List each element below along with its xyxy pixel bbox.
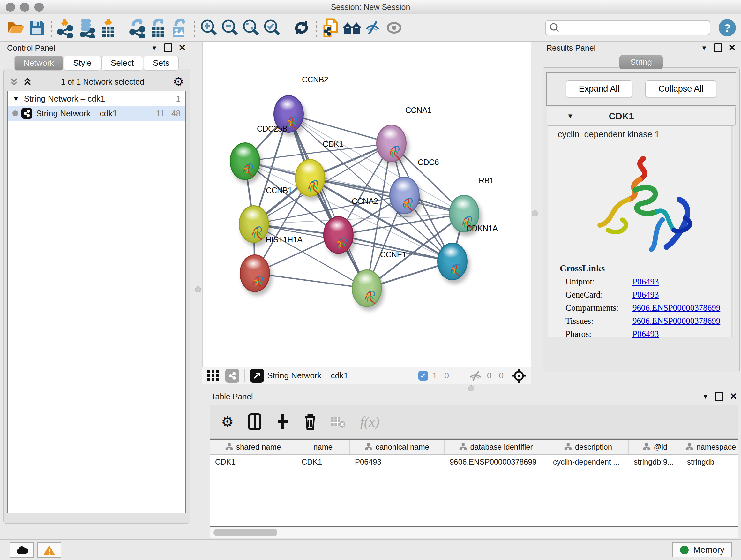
network-canvas[interactable]: CCNB2CCNA1CDC25BCDK1CDC6RB1CCNB1CCNA2CDK… [202, 42, 531, 367]
zoom-fit-content-icon[interactable] [241, 17, 262, 39]
network-edge-HIST1H1A-CCNE1[interactable] [255, 273, 367, 288]
right-splitter-handle[interactable] [532, 210, 538, 216]
collapse-panel-icon[interactable]: ▼ [701, 44, 708, 52]
collapse-panel-icon[interactable]: ▼ [151, 44, 158, 52]
network-edge-CCNB2-CCNA1[interactable] [288, 114, 391, 143]
network-node-CDC25B[interactable] [230, 142, 260, 180]
show-glass-eye-icon[interactable] [384, 17, 405, 39]
import-network-from-database-icon[interactable] [77, 17, 98, 39]
network-row[interactable]: String Network – cdk1 11 48 [8, 106, 185, 121]
float-panel-icon[interactable] [164, 44, 172, 52]
import-table-from-file-icon[interactable] [98, 17, 119, 39]
column-header-database-identifier[interactable]: database identifier [445, 440, 548, 454]
tab-sets[interactable]: Sets [144, 56, 179, 71]
column-header-shared-name[interactable]: shared name [210, 440, 296, 454]
collapse-all-button[interactable]: Collapse All [645, 80, 717, 98]
pan-crosshair-icon[interactable] [511, 368, 527, 383]
close-panel-icon[interactable]: ✕ [179, 44, 186, 51]
crosslink-link-pharos-[interactable]: P06493 [632, 329, 659, 339]
expand-all-chevron-icon[interactable] [9, 77, 19, 86]
show-columns-icon[interactable] [248, 413, 262, 430]
float-panel-icon[interactable] [714, 44, 722, 52]
column-header-description[interactable]: description [548, 440, 629, 454]
tab-network[interactable]: Network [14, 56, 63, 71]
network-overview-icon[interactable] [225, 369, 239, 383]
export-table-icon[interactable] [148, 17, 169, 39]
warnings-button[interactable] [37, 542, 61, 558]
minimize-window-button[interactable] [20, 3, 29, 12]
table-cell[interactable]: stringdb:9... [629, 455, 682, 469]
left-splitter-handle[interactable] [195, 287, 201, 293]
import-network-from-file-icon[interactable] [56, 17, 77, 39]
column-header-name[interactable]: name [296, 440, 350, 454]
gene-expander-icon[interactable]: ▼ [567, 112, 574, 120]
network-node-CCNB1[interactable] [239, 205, 269, 243]
cloud-status-button[interactable] [10, 542, 34, 558]
column-settings-gear-icon[interactable]: ⚙ [221, 416, 233, 428]
scrollbar-thumb[interactable] [213, 529, 277, 537]
delete-table-icon[interactable] [331, 415, 346, 428]
results-scrollbar[interactable] [731, 126, 733, 336]
delete-columns-icon[interactable] [304, 413, 317, 430]
tab-style[interactable]: Style [64, 56, 101, 71]
crosslink-link-tissues-[interactable]: 9606.ENSP00000378699 [632, 316, 720, 326]
detach-view-icon[interactable] [250, 369, 264, 383]
refresh-view-icon[interactable] [291, 17, 312, 39]
expand-all-button[interactable]: Expand All [566, 80, 633, 98]
table-cell[interactable]: 9606.ENSP00000378699 [445, 455, 548, 469]
network-options-gear-icon[interactable]: ⚙ [173, 76, 184, 88]
hidden-items-eye-icon[interactable] [468, 370, 482, 382]
export-network-icon[interactable] [127, 17, 148, 39]
zoom-in-icon[interactable] [199, 17, 219, 39]
table-cell[interactable]: CDK1 [210, 455, 296, 469]
search-input[interactable] [545, 20, 711, 36]
network-node-CDK1[interactable] [295, 159, 325, 197]
window-traffic-lights[interactable] [6, 3, 44, 12]
memory-button[interactable]: Memory [672, 542, 732, 557]
close-panel-icon[interactable]: ✕ [729, 44, 736, 51]
column-header-namespace[interactable]: namespace [682, 440, 738, 454]
open-session-icon[interactable] [5, 17, 26, 39]
table-row[interactable]: CDK1CDK1P064939606.ENSP00000378699cyclin… [210, 455, 738, 469]
table-cell[interactable]: CDK1 [296, 455, 350, 469]
network-node-CCNA1[interactable] [376, 125, 407, 162]
zoom-window-button[interactable] [35, 3, 44, 12]
table-cell[interactable]: P06493 [350, 455, 445, 469]
network-node-CDC6[interactable] [389, 177, 420, 214]
table-cell[interactable]: cyclin-dependent ... [548, 455, 629, 469]
collection-expander-icon[interactable]: ▼ [12, 95, 19, 103]
tab-string[interactable]: String [619, 55, 663, 69]
table-horizontal-scrollbar[interactable] [210, 527, 738, 538]
zoom-selected-icon[interactable] [262, 17, 283, 39]
help-icon[interactable]: ? [719, 19, 736, 37]
table-cell[interactable]: stringdb [682, 455, 738, 469]
column-header-canonical-name[interactable]: canonical name [350, 440, 445, 454]
close-window-button[interactable] [6, 3, 15, 12]
crosslink-link-genecard-[interactable]: P06493 [632, 290, 659, 300]
collapse-all-chevron-icon[interactable] [23, 77, 32, 86]
export-image-icon[interactable] [169, 17, 190, 39]
string-home-icon[interactable] [341, 17, 362, 39]
show-grid-icon[interactable] [207, 369, 219, 382]
collapse-panel-icon[interactable]: ▼ [702, 393, 709, 400]
network-node-HIST1H1A[interactable] [240, 254, 270, 292]
network-node-CCNE1[interactable] [352, 269, 382, 307]
column-header--id[interactable]: @id [629, 440, 682, 454]
network-collection-row[interactable]: ▼ String Network – cdk1 1 [8, 91, 185, 106]
crosslink-link-uniprot-[interactable]: P06493 [632, 277, 659, 287]
hide-glass-eye-icon[interactable] [362, 17, 384, 39]
network-node-CCNA2[interactable] [323, 216, 354, 254]
zoom-out-icon[interactable] [219, 17, 241, 39]
open-file-network-icon[interactable] [320, 17, 341, 39]
tab-select[interactable]: Select [102, 56, 143, 71]
save-session-icon[interactable] [26, 17, 47, 39]
selected-items-checkbox-icon[interactable]: ✓ [418, 371, 428, 381]
network-node-CDKN1A[interactable] [437, 243, 468, 280]
create-column-icon[interactable] [276, 413, 290, 430]
float-panel-icon[interactable] [715, 392, 724, 401]
crosslink-row: GeneCard:P06493 [548, 287, 734, 300]
close-panel-icon[interactable]: ✕ [730, 393, 737, 400]
gene-section-header[interactable]: ▼ CDK1 [547, 107, 736, 125]
crosslink-link-compartments-[interactable]: 9606.ENSP00000378699 [632, 303, 720, 313]
function-builder-icon[interactable]: f(x) [360, 414, 380, 430]
